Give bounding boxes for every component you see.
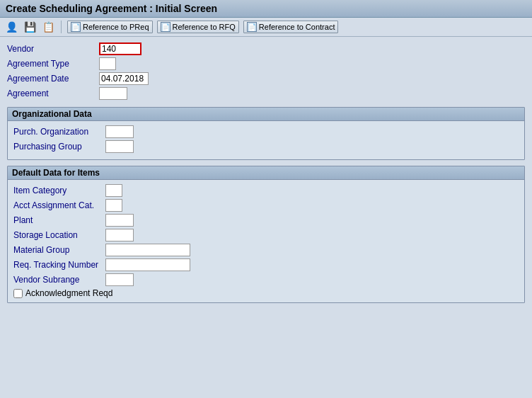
req-tracking-input[interactable] (105, 258, 190, 271)
acknowledgment-checkbox[interactable] (13, 289, 23, 298)
purch-org-label: Purch. Organization (13, 127, 105, 137)
contract-icon: 📄 (247, 22, 257, 32)
purchasing-group-row: Purchasing Group (13, 140, 519, 153)
plant-row: Plant (13, 214, 519, 227)
purchasing-group-input[interactable] (105, 140, 134, 153)
purch-org-row: Purch. Organization (13, 125, 519, 138)
agreement-type-row: Agreement Type (7, 57, 525, 70)
ref-rfq-label: Reference to RFQ (173, 23, 236, 31)
ref-preq-label: Reference to PReq (83, 23, 149, 31)
vendor-subrange-input[interactable] (105, 273, 134, 286)
req-tracking-label: Req. Tracking Number (13, 260, 105, 270)
req-tracking-row: Req. Tracking Number (13, 258, 519, 271)
acct-assignment-row: Acct Assignment Cat. (13, 199, 519, 212)
agreement-date-row: Agreement Date (7, 72, 525, 85)
copy-icon[interactable]: 📋 (41, 20, 55, 34)
vendor-label: Vendor (7, 44, 99, 54)
preq-icon: 📄 (71, 22, 81, 32)
material-group-label: Material Group (13, 245, 105, 255)
items-section-header: Default Data for Items (8, 166, 524, 180)
acknowledgment-row: Acknowledgment Reqd (13, 288, 519, 298)
storage-location-row: Storage Location (13, 229, 519, 241)
save-icon[interactable]: 💾 (23, 20, 37, 34)
toolbar: 👤 💾 📋 📄 Reference to PReq 📄 Reference to… (0, 18, 532, 37)
org-section: Organizational Data Purch. Organization … (7, 107, 525, 160)
page-title: Create Scheduling Agreement : Initial Sc… (6, 3, 217, 14)
vendor-subrange-row: Vendor Subrange (13, 273, 519, 286)
item-category-row: Item Category (13, 184, 519, 197)
agreement-type-input[interactable] (99, 57, 116, 70)
vendor-row: Vendor (7, 42, 525, 55)
material-group-row: Material Group (13, 244, 519, 256)
agreement-date-label: Agreement Date (7, 74, 99, 84)
plant-input[interactable] (105, 214, 134, 227)
storage-location-input[interactable] (105, 229, 134, 241)
acct-assignment-input[interactable] (105, 199, 122, 212)
items-section: Default Data for Items Item Category Acc… (7, 166, 525, 303)
plant-label: Plant (13, 215, 105, 225)
item-category-label: Item Category (13, 186, 105, 195)
ref-contract-label: Reference to Contract (259, 23, 335, 31)
acct-assignment-label: Acct Assignment Cat. (13, 200, 105, 210)
ref-preq-button[interactable]: 📄 Reference to PReq (67, 21, 153, 33)
agreement-input[interactable] (99, 87, 127, 100)
agreement-type-label: Agreement Type (7, 59, 99, 69)
storage-location-label: Storage Location (13, 230, 105, 240)
toolbar-divider (61, 21, 62, 33)
org-section-header: Organizational Data (8, 108, 524, 121)
ref-contract-button[interactable]: 📄 Reference to Contract (243, 21, 339, 33)
title-bar: Create Scheduling Agreement : Initial Sc… (0, 0, 532, 18)
vendor-input[interactable] (99, 42, 141, 55)
person-icon[interactable]: 👤 (4, 20, 18, 34)
purch-org-input[interactable] (105, 125, 134, 138)
item-category-input[interactable] (105, 184, 122, 197)
agreement-date-input[interactable] (99, 72, 149, 85)
agreement-label: Agreement (7, 89, 99, 98)
ref-rfq-button[interactable]: 📄 Reference to RFQ (157, 21, 239, 33)
rfq-icon: 📄 (161, 22, 170, 32)
acknowledgment-label: Acknowledgment Reqd (25, 288, 112, 298)
material-group-input[interactable] (105, 244, 190, 256)
vendor-subrange-label: Vendor Subrange (13, 275, 105, 285)
agreement-row: Agreement (7, 87, 525, 100)
purchasing-group-label: Purchasing Group (13, 142, 105, 152)
